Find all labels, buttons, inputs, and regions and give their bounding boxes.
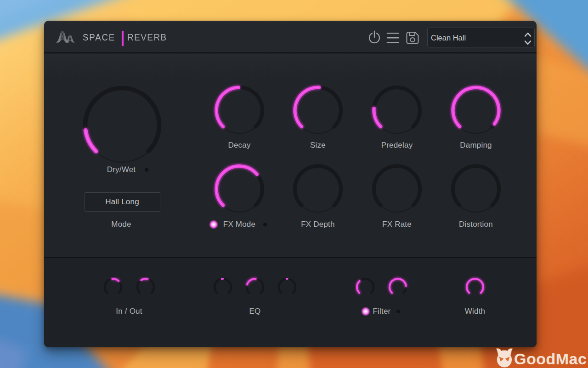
svg-text:GoodMac: GoodMac bbox=[514, 350, 587, 368]
